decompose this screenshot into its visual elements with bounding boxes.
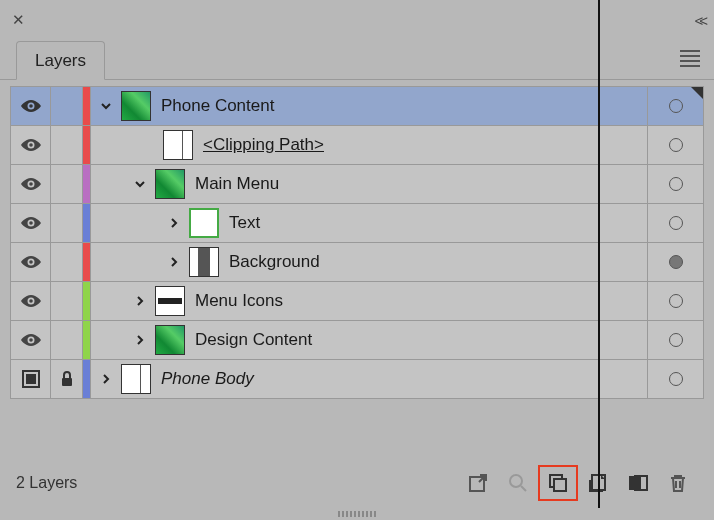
visibility-toggle[interactable] — [11, 204, 51, 242]
chevron-right-icon[interactable] — [129, 290, 151, 312]
svg-point-5 — [29, 299, 33, 303]
eye-icon — [20, 137, 42, 153]
chevron-right-icon[interactable] — [163, 251, 185, 273]
svg-rect-9 — [62, 378, 72, 386]
trash-icon[interactable] — [658, 465, 698, 501]
layer-thumbnail — [163, 130, 193, 160]
panel-menu-icon[interactable] — [676, 46, 704, 71]
visibility-toggle[interactable] — [11, 87, 51, 125]
target-icon — [669, 333, 683, 347]
eye-icon — [20, 254, 42, 270]
target-toggle[interactable] — [647, 282, 703, 320]
layer-thumbnail — [155, 286, 185, 316]
chevron-right-icon[interactable] — [163, 212, 185, 234]
new-sublayer-icon[interactable] — [538, 465, 578, 501]
export-icon[interactable] — [458, 465, 498, 501]
layer-label: Background — [229, 252, 320, 272]
layer-label: Phone Content — [161, 96, 274, 116]
vertical-guide-line — [598, 0, 600, 508]
visibility-toggle[interactable] — [11, 360, 51, 398]
panel-header: ✕ << — [0, 0, 714, 40]
layer-color — [83, 126, 91, 164]
visibility-toggle[interactable] — [11, 243, 51, 281]
target-toggle[interactable] — [647, 126, 703, 164]
svg-point-3 — [29, 221, 33, 225]
layer-thumbnail — [189, 247, 219, 277]
layers-panel: ✕ << Layers Phone Content — [0, 0, 714, 520]
target-icon — [669, 216, 683, 230]
layer-label: Text — [229, 213, 260, 233]
target-toggle[interactable] — [647, 321, 703, 359]
svg-point-6 — [29, 338, 33, 342]
eye-icon — [20, 215, 42, 231]
collapse-icon[interactable]: << — [694, 12, 704, 29]
layer-thumbnail — [155, 325, 185, 355]
target-toggle[interactable] — [647, 360, 703, 398]
layer-thumbnail — [189, 208, 219, 238]
tabs-bar: Layers — [0, 40, 714, 80]
target-icon — [669, 255, 683, 269]
eye-icon — [20, 293, 42, 309]
layer-thumbnail — [155, 169, 185, 199]
target-icon — [669, 294, 683, 308]
lock-toggle[interactable] — [51, 165, 83, 203]
layer-color — [83, 243, 91, 281]
search-icon[interactable] — [498, 465, 538, 501]
layer-color — [83, 360, 91, 398]
target-icon — [669, 372, 683, 386]
layer-count-label: 2 Layers — [16, 474, 77, 492]
layer-color — [83, 282, 91, 320]
layer-label: Menu Icons — [195, 291, 283, 311]
layer-color — [83, 165, 91, 203]
lock-toggle[interactable] — [51, 87, 83, 125]
template-icon — [22, 370, 40, 388]
visibility-toggle[interactable] — [11, 282, 51, 320]
lock-toggle[interactable] — [51, 243, 83, 281]
svg-point-1 — [29, 143, 33, 147]
layer-color — [83, 87, 91, 125]
layers-list: Phone Content <Clipping Path> — [0, 80, 714, 458]
chevron-down-icon[interactable] — [95, 95, 117, 117]
target-icon — [669, 99, 683, 113]
lock-toggle[interactable] — [51, 282, 83, 320]
target-icon — [669, 177, 683, 191]
svg-rect-8 — [26, 374, 36, 384]
target-toggle[interactable] — [647, 165, 703, 203]
layer-thumbnail — [121, 91, 151, 121]
lock-toggle[interactable] — [51, 321, 83, 359]
panel-footer: 2 Layers — [0, 458, 714, 508]
close-icon[interactable]: ✕ — [12, 11, 25, 29]
lock-toggle[interactable] — [51, 360, 83, 398]
lock-toggle[interactable] — [51, 126, 83, 164]
target-toggle[interactable] — [647, 204, 703, 242]
target-toggle[interactable] — [647, 87, 703, 125]
svg-point-4 — [29, 260, 33, 264]
lock-toggle[interactable] — [51, 204, 83, 242]
svg-point-2 — [29, 182, 33, 186]
layer-label: Phone Body — [161, 369, 254, 389]
layer-tree: Phone Content — [91, 87, 647, 125]
eye-icon — [20, 332, 42, 348]
chevron-right-icon[interactable] — [129, 329, 151, 351]
svg-point-0 — [29, 104, 33, 108]
layer-color — [83, 321, 91, 359]
layer-label: Main Menu — [195, 174, 279, 194]
visibility-toggle[interactable] — [11, 321, 51, 359]
chevron-right-icon[interactable] — [95, 368, 117, 390]
resize-grip[interactable] — [0, 508, 714, 520]
selection-mark-icon — [691, 87, 703, 99]
clip-mask-icon[interactable] — [618, 465, 658, 501]
layer-thumbnail — [121, 364, 151, 394]
target-toggle[interactable] — [647, 243, 703, 281]
visibility-toggle[interactable] — [11, 126, 51, 164]
eye-icon — [20, 176, 42, 192]
eye-icon — [20, 98, 42, 114]
layer-label: <Clipping Path> — [203, 135, 324, 155]
svg-rect-13 — [554, 479, 566, 491]
tab-layers[interactable]: Layers — [16, 41, 105, 80]
target-icon — [669, 138, 683, 152]
visibility-toggle[interactable] — [11, 165, 51, 203]
svg-point-11 — [510, 475, 522, 487]
chevron-down-icon[interactable] — [129, 173, 151, 195]
lock-icon — [60, 371, 74, 387]
